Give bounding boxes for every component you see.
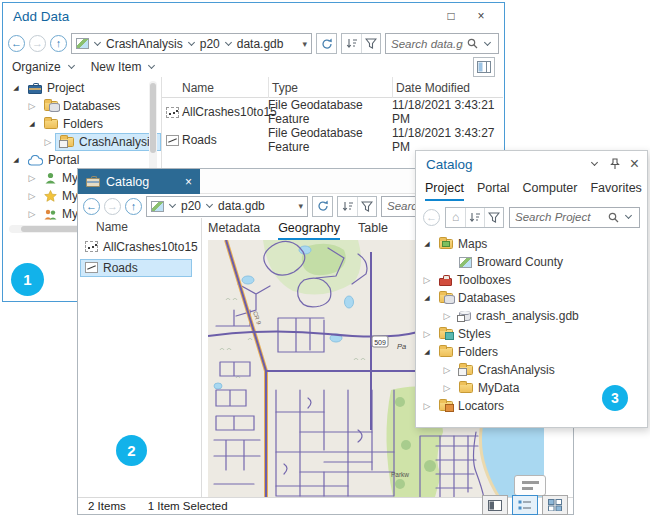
list-header-name[interactable]: Name [80, 218, 201, 236]
tree-item-portal[interactable]: ◢ Portal [9, 151, 159, 169]
thumbnail-view-button[interactable] [542, 495, 568, 515]
tree-item-maps[interactable]: ◢ Maps [420, 235, 647, 253]
new-item-menu[interactable]: New Item [91, 60, 158, 74]
project-home-button[interactable]: ⌂ [446, 208, 465, 227]
breadcrumb-p20[interactable]: p20 [200, 37, 220, 51]
tree-item-project[interactable]: ◢ Project [9, 79, 159, 97]
expander-icon[interactable]: ▷ [25, 209, 39, 219]
up-button[interactable]: ↑ [125, 198, 142, 215]
sort-button[interactable] [338, 197, 357, 216]
folder-icon [439, 347, 453, 357]
search-input[interactable]: Search data.gdb [385, 33, 499, 54]
forward-button[interactable]: → [29, 35, 46, 52]
refresh-button[interactable] [312, 196, 333, 217]
expander-icon[interactable]: ▷ [25, 101, 39, 111]
expander-icon[interactable]: ▷ [41, 137, 55, 147]
maximize-button[interactable]: □ [436, 9, 466, 23]
expander-icon[interactable]: ◢ [9, 156, 23, 164]
expander-icon[interactable]: ▷ [440, 311, 454, 321]
filter-button[interactable] [361, 34, 380, 53]
pane-menu-chevron-icon[interactable] [591, 159, 598, 166]
preview-flyout-button[interactable] [514, 475, 546, 496]
expander-icon[interactable]: ▷ [420, 401, 434, 411]
expander-icon[interactable]: ▷ [440, 383, 454, 393]
expander-icon[interactable]: ◢ [420, 294, 434, 302]
pane-close-icon[interactable]: × [630, 155, 639, 173]
location-breadcrumb[interactable]: p20 data.gdb ▾ [146, 196, 308, 217]
expander-icon[interactable]: ◢ [420, 348, 434, 356]
tree-item-broward-county[interactable]: Broward County [420, 253, 647, 271]
sort-button[interactable] [342, 34, 361, 53]
tab-geography[interactable]: Geography [278, 218, 340, 240]
breadcrumb-p20[interactable]: p20 [181, 199, 201, 213]
refresh-icon [321, 38, 333, 50]
tree-item-databases[interactable]: ▷ Databases [9, 97, 159, 115]
expander-icon[interactable]: ◢ [9, 84, 23, 92]
briefcase-icon [28, 85, 42, 94]
filter-button[interactable] [484, 208, 503, 227]
expander-icon[interactable]: ▷ [420, 329, 434, 339]
search-icon [608, 212, 619, 223]
back-button[interactable]: ← [423, 209, 440, 226]
list-item-allcrashes[interactable]: AllCrashes10to15 [80, 236, 201, 257]
tab-favorites[interactable]: Favorites [590, 177, 641, 201]
tab-table[interactable]: Table [358, 218, 388, 240]
breadcrumb-crashanalysis[interactable]: CrashAnalysis [106, 37, 183, 51]
pin-icon[interactable] [610, 158, 620, 170]
organize-menu[interactable]: Organize [12, 60, 77, 74]
columns-view-button[interactable] [473, 57, 495, 77]
file-row-allcrashes[interactable]: AllCrashes10to15 File Geodatabase Featur… [162, 98, 503, 126]
breadcrumb-datagdb[interactable]: data.gdb [237, 37, 284, 51]
expander-icon[interactable]: ◢ [25, 120, 39, 128]
details-view-button[interactable] [482, 495, 508, 515]
tab-computer[interactable]: Computer [523, 177, 578, 201]
column-date-modified[interactable]: Date Modified [392, 77, 503, 98]
search-input[interactable]: Search Project [509, 207, 640, 228]
chevron-down-icon[interactable] [225, 38, 232, 45]
expander-icon[interactable]: ▷ [420, 275, 434, 285]
pane-title: Catalog [426, 157, 473, 172]
tree-item-crash-analysis-gdb[interactable]: ▷ crash_analysis.gdb [420, 307, 647, 325]
tree-item-crashanalysis[interactable]: ▷ CrashAnalysis [9, 133, 159, 151]
tab-metadata[interactable]: Metadata [208, 218, 260, 240]
chevron-down-icon[interactable] [206, 201, 213, 208]
tree-item-styles[interactable]: ▷ Styles [420, 325, 647, 343]
tree-item-crashanalysis[interactable]: ▷ CrashAnalysis [420, 361, 647, 379]
filter-button[interactable] [357, 197, 376, 216]
column-name[interactable]: Name [182, 81, 268, 95]
list-view-button[interactable] [512, 495, 538, 515]
location-breadcrumb[interactable]: CrashAnalysis p20 data.gdb ▾ [71, 33, 312, 54]
back-button[interactable]: ← [83, 198, 100, 215]
column-type[interactable]: Type [268, 77, 392, 98]
tree-item-databases[interactable]: ◢ Databases [420, 289, 647, 307]
catalog-view-tab[interactable]: Catalog × [78, 169, 200, 194]
dropdown-arrow-icon[interactable]: ▾ [292, 201, 303, 211]
back-button[interactable]: ← [8, 35, 25, 52]
styles-folder-icon [439, 329, 453, 339]
tree-item-folders[interactable]: ◢ Folders [9, 115, 159, 133]
expander-icon[interactable]: ▷ [440, 365, 454, 375]
chevron-down-icon[interactable] [484, 38, 491, 45]
sort-button[interactable] [465, 208, 484, 227]
breadcrumb-datagdb[interactable]: data.gdb [218, 199, 265, 213]
close-button[interactable]: × [466, 9, 496, 23]
chevron-down-icon[interactable] [188, 38, 195, 45]
up-button[interactable]: ↑ [50, 35, 67, 52]
dropdown-arrow-icon[interactable]: ▾ [296, 39, 307, 49]
chevron-down-icon[interactable] [625, 212, 632, 219]
list-item-roads[interactable]: Roads [80, 257, 201, 278]
expander-icon[interactable]: ▷ [25, 173, 39, 183]
tree-item-folders[interactable]: ◢ Folders [420, 343, 647, 361]
expander-icon[interactable]: ◢ [420, 240, 434, 248]
tab-portal[interactable]: Portal [477, 177, 510, 201]
tree-item-toolboxes[interactable]: ▷ Toolboxes [420, 271, 647, 289]
expander-icon[interactable]: ▷ [25, 191, 39, 201]
chevron-down-icon[interactable] [94, 38, 101, 45]
close-tab-icon[interactable]: × [185, 175, 192, 189]
tab-project[interactable]: Project [425, 177, 464, 201]
search-placeholder: Search Project [515, 211, 604, 223]
step-badge-2: 2 [116, 435, 147, 466]
refresh-button[interactable] [316, 33, 337, 54]
forward-button[interactable]: → [104, 198, 121, 215]
chevron-down-icon[interactable] [169, 201, 176, 208]
